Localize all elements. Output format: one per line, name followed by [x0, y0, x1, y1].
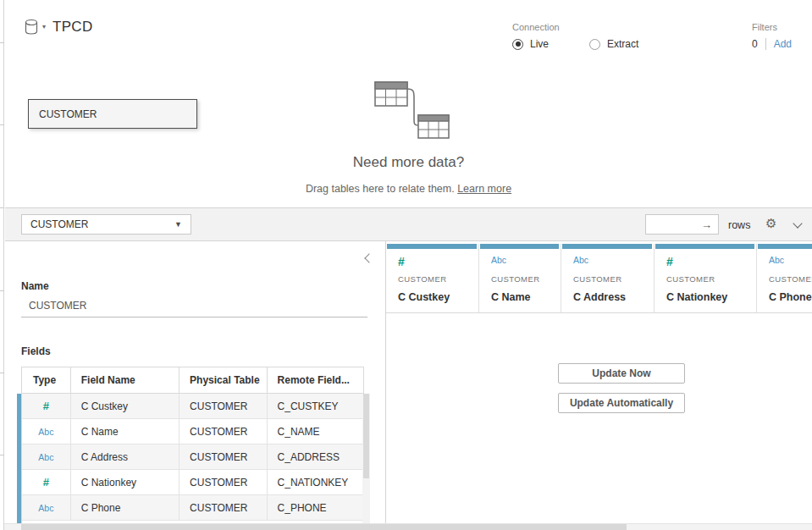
column-field-name: C Nationkey — [666, 291, 727, 303]
fields-label: Fields — [21, 345, 51, 357]
collapse-panel-icon[interactable] — [364, 255, 373, 263]
fields-table-header: Type Field Name Physical Table Remote Fi… — [22, 367, 363, 394]
gear-icon[interactable]: ⚙ — [765, 217, 776, 229]
table-row[interactable]: Abc C Phone CUSTOMER C_PHONE — [22, 495, 363, 521]
column-table-name: CUSTOMER — [491, 274, 539, 284]
grid-toolbar: CUSTOMER ▼ → rows ⚙ — [5, 207, 812, 241]
table-select-dropdown[interactable]: CUSTOMER ▼ — [21, 214, 191, 235]
physical-table-cell: CUSTOMER — [180, 444, 268, 469]
add-filter-link[interactable]: Add — [774, 38, 792, 50]
filters-group: Filters 0 Add — [752, 22, 792, 50]
main-area: Name Fields Type Field Name Physical Tab… — [5, 241, 812, 523]
field-type-icon: Abc — [573, 255, 588, 265]
radio-button-icon — [589, 39, 600, 50]
update-now-button[interactable]: Update Now — [558, 363, 685, 384]
physical-table-cell: CUSTOMER — [180, 394, 268, 418]
column-field-name: C Phone — [769, 291, 812, 303]
field-type-icon: Abc — [38, 503, 53, 513]
rail-tick — [0, 373, 4, 373]
field-type-icon: Abc — [38, 427, 53, 437]
table-row[interactable]: Abc C Name CUSTOMER C_NAME — [22, 419, 363, 444]
remote-field-cell: C_CUSTKEY — [268, 394, 363, 418]
type-cell: Abc — [22, 495, 71, 520]
table-name-input[interactable] — [21, 294, 367, 317]
field-name-cell: C Name — [71, 419, 180, 444]
apply-rows-arrow-icon[interactable]: → — [701, 218, 718, 231]
remote-field-cell: C_PHONE — [268, 495, 363, 520]
grid-column-header[interactable]: # CUSTOMER C Nationkey — [655, 244, 757, 313]
column-header-field-name: Field Name — [71, 367, 180, 393]
fields-table: Type Field Name Physical Table Remote Fi… — [21, 367, 364, 523]
physical-table-cell: CUSTOMER — [180, 470, 268, 494]
rail-tick — [0, 124, 4, 125]
empty-state-title: Need more data? — [5, 154, 812, 171]
row-limit-box: → — [645, 214, 719, 235]
rail-tick — [0, 42, 4, 43]
column-table-name: CUSTOMER — [573, 274, 621, 284]
table-details-panel: Name Fields Type Field Name Physical Tab… — [5, 241, 385, 523]
empty-state-subtext: Drag tables here to relate them. Learn m… — [5, 183, 812, 195]
connection-group: Connection Live Extract — [512, 22, 672, 50]
field-type-icon: # — [666, 255, 673, 268]
data-grid-panel: # CUSTOMER C Custkey Abc CUSTOMER C Name… — [385, 241, 812, 523]
fields-table-body: # C Custkey CUSTOMER C_CUSTKEY Abc C Nam… — [22, 394, 363, 521]
grid-column-header[interactable]: # CUSTOMER C Custkey — [386, 244, 479, 313]
field-type-icon: # — [43, 400, 49, 412]
grid-column-header[interactable]: Abc CUSTOMER C Phone — [757, 244, 812, 313]
rail-tick — [0, 207, 4, 208]
table-row[interactable]: # C Nationkey CUSTOMER C_NATIONKEY — [22, 470, 363, 495]
column-field-name: C Name — [491, 291, 531, 303]
radio-extract-label: Extract — [607, 38, 638, 50]
scrollbar-thumb[interactable] — [363, 394, 369, 478]
column-accent-strip — [562, 244, 652, 249]
grid-column-header[interactable]: Abc CUSTOMER C Name — [479, 244, 561, 313]
datasource-title[interactable]: TPCD — [52, 19, 92, 36]
divider — [765, 38, 766, 50]
update-automatically-button[interactable]: Update Automatically — [558, 393, 685, 413]
field-type-icon: # — [398, 255, 405, 268]
logical-table-chip[interactable]: CUSTOMER — [28, 99, 197, 129]
chevron-down-icon[interactable] — [794, 220, 802, 228]
column-table-name: CUSTOMER — [398, 274, 446, 284]
rail-tick — [0, 455, 4, 455]
field-name-cell: C Custkey — [71, 394, 180, 418]
column-accent-strip — [480, 244, 559, 249]
connection-label: Connection — [512, 22, 672, 32]
remote-field-cell: C_NAME — [268, 419, 363, 444]
horizontal-scrollbar[interactable] — [0, 523, 812, 530]
radio-live[interactable]: Live — [512, 38, 549, 50]
drag-tables-hint: Drag tables here to relate them. — [306, 183, 455, 195]
row-limit-input[interactable] — [646, 216, 697, 233]
grid-column-header[interactable]: Abc CUSTOMER C Address — [561, 244, 655, 313]
table-accent-strip — [17, 394, 21, 523]
radio-button-icon — [512, 39, 523, 50]
column-field-name: C Custkey — [398, 291, 450, 303]
datasource-menu-button[interactable]: ▾ — [24, 19, 46, 39]
tableau-datasource-page: ▾ TPCD Connection Live Extract Filte — [0, 0, 812, 530]
rows-label: rows — [728, 219, 750, 231]
column-table-name: CUSTOMER — [769, 274, 812, 284]
physical-table-cell: CUSTOMER — [180, 495, 268, 520]
column-table-name: CUSTOMER — [666, 274, 715, 284]
radio-extract[interactable]: Extract — [589, 38, 638, 50]
learn-more-link[interactable]: Learn more — [457, 183, 511, 195]
type-cell: Abc — [22, 444, 71, 469]
collapsed-left-pane[interactable] — [0, 0, 4, 530]
type-cell: # — [22, 470, 71, 494]
rail-tick — [0, 290, 4, 291]
fields-scrollbar[interactable] — [362, 394, 370, 523]
chevron-down-icon: ▾ — [42, 23, 46, 30]
table-row[interactable]: # C Custkey CUSTOMER C_CUSTKEY — [22, 394, 363, 419]
type-cell: # — [22, 394, 71, 418]
physical-table-cell: CUSTOMER — [180, 419, 268, 444]
column-header-type: Type — [22, 367, 71, 393]
column-header-remote-field: Remote Field... — [268, 367, 363, 393]
scrollbar-thumb[interactable] — [21, 524, 627, 530]
column-accent-strip — [758, 244, 812, 249]
remote-field-cell: C_ADDRESS — [268, 444, 363, 469]
column-header-physical-table: Physical Table — [180, 367, 267, 393]
table-row[interactable]: Abc C Address CUSTOMER C_ADDRESS — [22, 444, 363, 470]
field-name-cell: C Phone — [71, 495, 180, 520]
table-select-value: CUSTOMER — [30, 218, 88, 230]
column-accent-strip — [655, 244, 754, 249]
